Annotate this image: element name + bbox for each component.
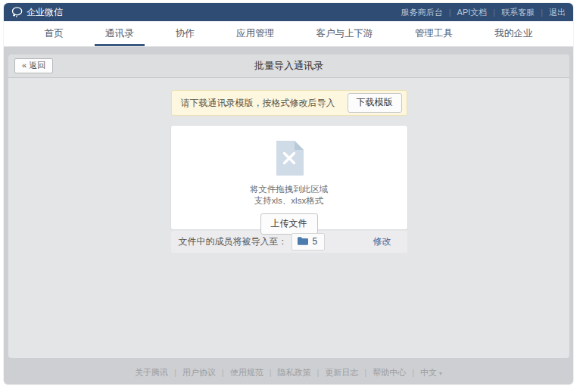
drop-hint-line1: 将文件拖拽到此区域 [171, 184, 407, 195]
destination-department-chip: 5 [292, 233, 326, 250]
tab-home[interactable]: 首页 [34, 21, 74, 46]
folder-icon [298, 235, 308, 248]
topbar-links: 服务商后台 API文档 联系客服 退出 [401, 7, 566, 18]
tab-my-company[interactable]: 我的企业 [484, 21, 543, 46]
back-button[interactable]: « 返回 [14, 58, 53, 73]
footer-link-user-agreement[interactable]: 用户协议 [182, 368, 230, 377]
footer-link-help-center[interactable]: 帮助中心 [373, 368, 420, 377]
app-window: 企业微信 服务商后台 API文档 联系客服 退出 首页 通讯录 协作 应用管理 … [4, 3, 573, 384]
page-title: 批量导入通讯录 [8, 59, 569, 73]
page-area: « 返回 批量导入通讯录 请下载通讯录模版，按格式修改后导入 下载模版 [4, 47, 573, 384]
file-drop-zone[interactable]: 将文件拖拽到此区域 支持xls、xlsx格式 上传文件 [171, 126, 407, 229]
import-widget: 请下载通讯录模版，按格式修改后导入 下载模版 将文件拖拽到此区域 支 [171, 90, 407, 253]
main-nav: 首页 通讯录 协作 应用管理 客户与上下游 管理工具 我的企业 [4, 21, 573, 47]
excel-file-icon [275, 141, 304, 179]
footer-link-changelog[interactable]: 更新日志 [325, 368, 373, 377]
destination-value: 5 [313, 236, 318, 247]
footer-link-usage-rules[interactable]: 使用规范 [230, 368, 278, 377]
topbar-link-api-docs[interactable]: API文档 [457, 7, 502, 18]
template-notice: 请下载通讯录模版，按格式修改后导入 下载模版 [171, 90, 407, 116]
topbar-link-service-provider[interactable]: 服务商后台 [401, 7, 457, 18]
language-selector[interactable]: 中文▾ [420, 368, 442, 377]
tab-admin-tools[interactable]: 管理工具 [404, 21, 463, 46]
footer: 关于腾讯用户协议使用规范隐私政策更新日志帮助中心中文▾ [4, 367, 573, 378]
tab-contacts[interactable]: 通讯录 [95, 21, 145, 46]
footer-link-privacy-policy[interactable]: 隐私政策 [277, 368, 325, 377]
wework-bubble-logo-icon [11, 7, 23, 17]
tab-app-management[interactable]: 应用管理 [226, 21, 285, 46]
destination-label: 文件中的成员将被导入至： [179, 235, 288, 248]
topbar: 企业微信 服务商后台 API文档 联系客服 退出 [4, 3, 573, 21]
content-body: 请下载通讯录模版，按格式修改后导入 下载模版 将文件拖拽到此区域 支 [8, 78, 569, 358]
topbar-link-logout[interactable]: 退出 [549, 7, 566, 18]
chevron-down-icon: ▾ [439, 370, 442, 377]
download-template-button[interactable]: 下载模版 [348, 93, 402, 113]
brand-label: 企业微信 [26, 6, 63, 19]
tab-customers[interactable]: 客户与上下游 [306, 21, 384, 46]
content-panel: « 返回 批量导入通讯录 请下载通讯录模版，按格式修改后导入 下载模版 [8, 54, 569, 358]
topbar-link-contact-support[interactable]: 联系客服 [501, 7, 549, 18]
notice-text: 请下载通讯录模版，按格式修改后导入 [181, 97, 335, 110]
tab-collaboration[interactable]: 协作 [165, 21, 205, 46]
upload-file-button[interactable]: 上传文件 [260, 213, 318, 235]
modify-destination-link[interactable]: 修改 [373, 235, 391, 248]
drop-hint-line2: 支持xls、xlsx格式 [171, 195, 407, 207]
footer-link-about-tencent[interactable]: 关于腾讯 [135, 368, 182, 377]
language-label: 中文 [420, 368, 437, 377]
content-header: « 返回 批量导入通讯录 [8, 54, 569, 78]
brand: 企业微信 [11, 6, 63, 19]
